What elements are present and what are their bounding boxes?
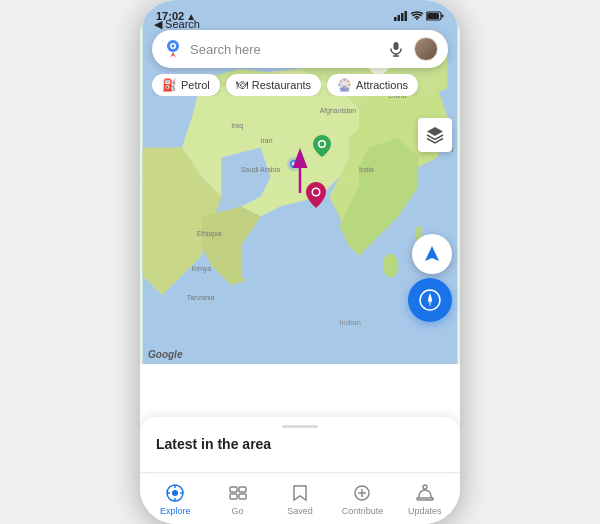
svg-text:Afghanistan: Afghanistan — [320, 107, 356, 115]
restaurants-label: Restaurants — [252, 79, 311, 91]
svg-text:Iran: Iran — [261, 137, 273, 144]
svg-rect-61 — [239, 487, 246, 492]
saved-nav-icon — [289, 482, 311, 504]
svg-rect-63 — [239, 494, 246, 499]
nav-updates[interactable]: Updates — [394, 482, 456, 516]
go-nav-label: Go — [232, 506, 244, 516]
bottom-panel: Latest in the area — [140, 417, 460, 472]
attractions-icon: 🎡 — [337, 78, 352, 92]
nav-go[interactable]: Go — [206, 482, 268, 516]
svg-text:Indian: Indian — [339, 318, 360, 327]
search-input[interactable]: Search here — [190, 42, 378, 57]
svg-point-50 — [172, 45, 175, 48]
nav-saved[interactable]: Saved — [269, 482, 331, 516]
svg-text:Saudi Arabia: Saudi Arabia — [241, 166, 280, 173]
svg-rect-60 — [230, 487, 237, 492]
layers-icon — [425, 125, 445, 145]
svg-point-38 — [319, 141, 324, 146]
google-logo: Google — [148, 349, 182, 360]
svg-rect-62 — [230, 494, 237, 499]
phone-frame: 17:02 ▲ — [140, 0, 460, 524]
search-overlay: Search here ⛽ Petrol 🍽 Restaurants — [152, 30, 448, 96]
restaurants-chip[interactable]: 🍽 Restaurants — [226, 74, 321, 96]
updates-nav-icon — [414, 482, 436, 504]
svg-point-18 — [383, 254, 399, 278]
layers-button[interactable] — [418, 118, 452, 152]
svg-text:Kenya: Kenya — [192, 265, 212, 273]
contribute-nav-icon — [351, 482, 373, 504]
compass-icon — [419, 289, 441, 311]
panel-title: Latest in the area — [156, 436, 444, 462]
mic-icon[interactable] — [384, 37, 408, 61]
maps-logo — [162, 38, 184, 60]
petrol-icon: ⛽ — [162, 78, 177, 92]
navigate-icon — [422, 244, 442, 264]
svg-point-47 — [428, 298, 432, 302]
search-bar[interactable]: Search here — [152, 30, 448, 68]
svg-rect-51 — [394, 42, 399, 50]
navigate-button[interactable] — [412, 234, 452, 274]
svg-text:Tanzania: Tanzania — [187, 294, 215, 301]
green-marker — [313, 135, 331, 161]
svg-point-43 — [313, 189, 319, 195]
user-avatar[interactable] — [414, 37, 438, 61]
compass-button[interactable] — [408, 278, 452, 322]
attractions-label: Attractions — [356, 79, 408, 91]
svg-point-55 — [172, 490, 178, 496]
back-label: ◀ Search — [154, 18, 200, 31]
nav-explore[interactable]: Explore — [144, 482, 206, 516]
nav-contribute[interactable]: Contribute — [331, 482, 393, 516]
svg-text:Iraq: Iraq — [231, 122, 243, 130]
explore-nav-label: Explore — [160, 506, 191, 516]
panel-handle — [282, 425, 318, 428]
petrol-chip[interactable]: ⛽ Petrol — [152, 74, 220, 96]
contribute-nav-label: Contribute — [342, 506, 384, 516]
restaurants-icon: 🍽 — [236, 78, 248, 92]
svg-text:India: India — [359, 166, 374, 173]
saved-nav-label: Saved — [287, 506, 313, 516]
filter-chips: ⛽ Petrol 🍽 Restaurants 🎡 Attractions — [152, 74, 448, 96]
updates-nav-label: Updates — [408, 506, 442, 516]
bottom-navigation: Explore Go Saved — [140, 472, 460, 524]
go-nav-icon — [227, 482, 249, 504]
svg-text:Ethiopia: Ethiopia — [197, 230, 222, 238]
attractions-chip[interactable]: 🎡 Attractions — [327, 74, 418, 96]
direction-arrow — [289, 148, 311, 202]
svg-point-67 — [423, 485, 427, 489]
explore-nav-icon — [164, 482, 186, 504]
petrol-label: Petrol — [181, 79, 210, 91]
back-text: ◀ Search — [154, 18, 200, 31]
